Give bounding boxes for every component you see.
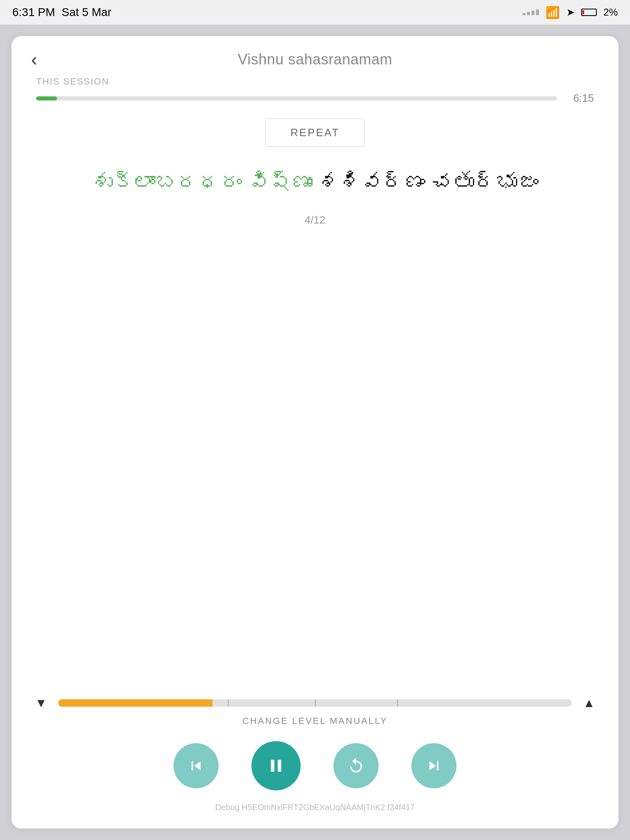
session-time: 6:15 [565,92,594,105]
battery-icon [581,9,597,16]
next-icon [425,757,443,775]
session-progress-fill [36,96,57,100]
status-bar: 6:31 PM Sat 5 Mar 📶 ➤ 2% [0,0,630,25]
level-slider-row: ▼ ▲ [11,696,619,710]
signal-icon [523,9,539,15]
verse-line: శుక్లాంబరధరం విష్ణుం శశివర్ణం చతుర్భుజం [91,167,538,197]
play-pause-button[interactable] [251,741,301,790]
debug-text: Debug H5EOmNxlFRT2GbEXaUqNAAMjTnK2 f34f4… [11,803,619,812]
repeat-button[interactable]: REPEAT [265,119,365,147]
status-icons: 📶 ➤ 2% [523,6,618,19]
verse-counter: 4/12 [305,214,326,226]
prev-icon [187,757,205,775]
verse-word-3: శశివర్ణం [318,170,425,194]
level-marker-2 [315,699,316,707]
change-level-label: CHANGE LEVEL MANUALLY [11,716,619,726]
main-text-area: శుక్లాంబరధరం విష్ణుం శశివర్ణం చతుర్భుజం … [11,159,619,696]
level-marker-3 [397,699,398,707]
bottom-area: ▼ ▲ CHANGE LEVEL MANUALLY [11,696,619,829]
replay-button[interactable] [333,743,379,788]
back-button[interactable]: ‹ [31,50,37,68]
verse-word-4: చతుర్భుజం [431,170,539,194]
app-title: Vishnu sahasranamam [237,51,392,68]
level-fill [58,699,212,707]
player-controls [11,741,619,790]
session-progress-row: 6:15 [36,92,594,105]
battery-pct: 2% [603,7,618,18]
prev-button[interactable] [173,743,219,788]
next-button[interactable] [411,743,457,788]
level-up-button[interactable]: ▲ [580,696,598,710]
session-label: THIS SESSION [36,76,594,87]
verse-word-1: శుక్లాంబరధరం [91,170,242,194]
status-time-date: 6:31 PM Sat 5 Mar [12,6,112,19]
app-header: ‹ Vishnu sahasranamam [11,36,619,76]
wifi-icon: 📶 [546,6,560,19]
session-section: THIS SESSION 6:15 [11,76,619,114]
repeat-section: REPEAT [11,114,619,159]
verse-word-2: విష్ణుం [248,170,313,194]
level-marker-1 [228,699,229,707]
status-date: Sat 5 Mar [62,6,111,19]
level-down-button[interactable]: ▼ [32,696,50,710]
replay-icon [347,757,365,775]
status-time: 6:31 PM [12,6,55,19]
level-track[interactable] [58,699,572,707]
session-progress-track [36,96,557,100]
pause-icon [266,756,286,776]
location-icon: ➤ [566,7,575,18]
app-card: ‹ Vishnu sahasranamam THIS SESSION 6:15 … [11,36,619,829]
